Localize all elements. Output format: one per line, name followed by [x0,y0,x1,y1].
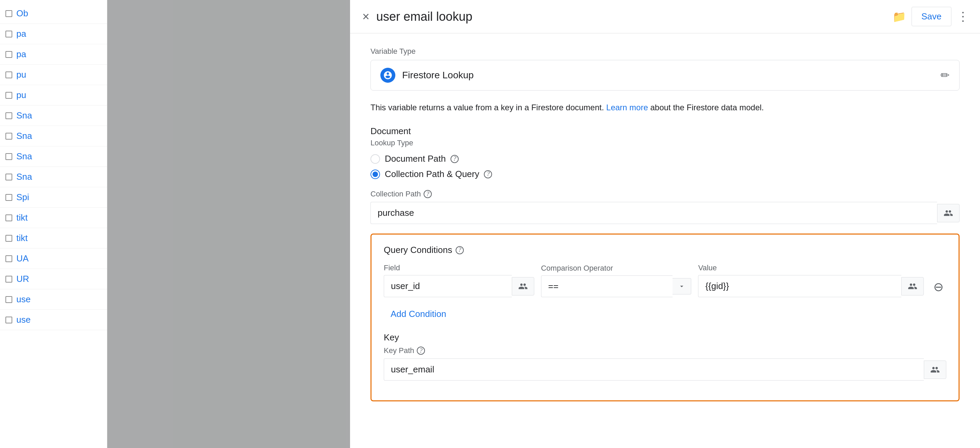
list-item[interactable]: pu [0,85,107,105]
help-icon-document-path: ? [450,155,459,163]
collection-path-label: Collection Path ? [371,190,959,199]
sidebar-label: Sna [16,151,32,162]
key-path-variable-button[interactable] [924,361,946,379]
checkbox[interactable] [5,174,12,180]
modal-title: user email lookup [376,10,887,24]
collection-path-input[interactable] [371,202,937,224]
list-item[interactable]: tikt [0,228,107,248]
sidebar-label: pu [16,90,26,100]
condition-value-variable-button[interactable] [901,277,924,295]
modal-header: × user email lookup 📁 Save ⋮ [350,0,980,33]
list-item[interactable]: tikt [0,208,107,228]
sidebar-label: Sna [16,110,32,121]
more-options-button[interactable]: ⋮ [957,10,969,24]
checkbox[interactable] [5,10,12,17]
variable-icon-value [908,281,917,291]
learn-more-link[interactable]: Learn more [606,103,648,112]
sidebar-label: tikt [16,213,28,223]
sidebar: Ob pa pa pu pu Sna Sna Sna Sna Spi tikt [0,0,107,448]
info-text-after: about the Firestore data model. [651,103,764,112]
list-item[interactable]: UA [0,248,107,269]
field-input-row [384,275,534,297]
list-item[interactable]: pu [0,65,107,85]
list-item[interactable]: Sna [0,126,107,146]
condition-value-input[interactable] [698,275,901,297]
list-item[interactable]: use [0,310,107,330]
checkbox[interactable] [5,194,12,201]
checkbox[interactable] [5,276,12,283]
list-item[interactable]: UR [0,269,107,289]
sidebar-label: UA [16,253,29,264]
help-icon-collection-path: ? [484,170,492,178]
sidebar-label: pa [16,29,26,39]
query-conditions-title: Query Conditions [384,245,452,255]
sidebar-label: pu [16,70,26,80]
checkbox[interactable] [5,316,12,323]
list-item[interactable]: Ob [0,3,107,24]
checkbox[interactable] [5,255,12,262]
backdrop: × user email lookup 📁 Save ⋮ Variable Ty… [107,0,980,448]
variable-icon [943,208,953,218]
lookup-type-section-label: Lookup Type [371,138,959,148]
list-item[interactable]: Spi [0,187,107,208]
sidebar-label: use [16,294,31,305]
operator-col-label: Comparison Operator [541,264,692,273]
list-item[interactable]: use [0,289,107,310]
list-item[interactable]: pa [0,44,107,65]
list-item[interactable]: pa [0,24,107,44]
query-conditions-box: Query Conditions ? Field [371,234,959,401]
field-col-label: Field [384,264,534,272]
key-path-variable-icon [930,365,940,375]
condition-field-variable-button[interactable] [512,277,534,295]
chevron-down-icon [678,283,686,290]
checkbox[interactable] [5,112,12,119]
close-button[interactable]: × [361,9,371,24]
condition-value-col: Value [698,264,924,297]
modal-body: Variable Type Firestore Lookup ✏ This va… [350,33,980,448]
collection-path-variable-button[interactable] [937,204,959,222]
document-section: Document Lookup Type Document Path ? [371,126,959,180]
lookup-edit-button[interactable]: ✏ [940,69,950,82]
checkbox[interactable] [5,71,12,78]
radio-group-lookup-type: Document Path ? Collection Path & Query … [371,154,959,180]
checkbox[interactable] [5,133,12,140]
info-text-before: This variable returns a value from a key… [371,103,604,112]
add-condition-label: Add Condition [391,309,446,319]
list-item[interactable]: Sna [0,105,107,126]
add-condition-button[interactable]: Add Condition [384,304,453,324]
key-path-section: Key Path ? [384,346,946,381]
firestore-icon [380,68,395,83]
checkbox[interactable] [5,51,12,58]
condition-field-input[interactable] [384,275,512,297]
checkbox[interactable] [5,235,12,242]
info-text: This variable returns a value from a key… [371,102,959,114]
save-button[interactable]: Save [912,7,951,26]
lookup-type-card: Firestore Lookup ✏ [371,60,959,91]
remove-condition-button[interactable]: ⊖ [931,278,946,296]
list-item[interactable]: Sna [0,167,107,187]
radio-option-document-path[interactable]: Document Path ? [371,154,959,164]
checkbox[interactable] [5,153,12,160]
sidebar-label: Sna [16,172,32,182]
sidebar-label: Spi [16,192,29,203]
checkbox[interactable] [5,92,12,99]
sidebar-label: tikt [16,233,28,243]
modal-panel: × user email lookup 📁 Save ⋮ Variable Ty… [350,0,980,448]
gear-svg-icon [383,70,393,80]
operator-dropdown-arrow [673,278,691,294]
help-icon-key-path: ? [417,346,425,355]
sidebar-label: use [16,315,31,325]
checkbox[interactable] [5,296,12,303]
radio-option-collection-path[interactable]: Collection Path & Query ? [371,169,959,180]
key-path-input[interactable] [384,359,924,381]
operator-select-row: == != < <= > >= array-contains in [541,275,692,297]
condition-operator-select[interactable]: == != < <= > >= array-contains in [541,275,673,297]
checkbox[interactable] [5,214,12,221]
list-item[interactable]: Sna [0,146,107,167]
checkbox[interactable] [5,31,12,37]
help-icon-collection-path-field: ? [423,190,432,198]
radio-circle-collection-path [371,170,380,179]
variable-type-label: Variable Type [371,47,959,56]
condition-row: Field Comparison Operator [384,264,946,297]
key-path-label: Key Path ? [384,346,946,355]
